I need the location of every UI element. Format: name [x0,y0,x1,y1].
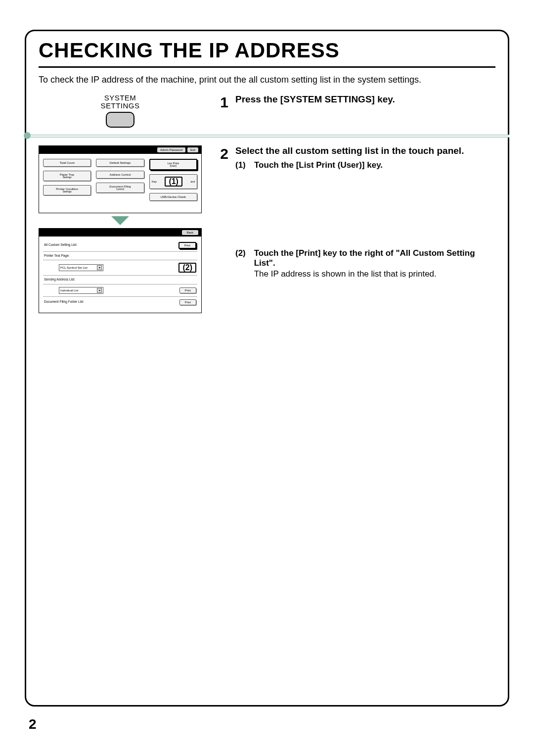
document-filing-folder-list-label: Document Filing Folder List: [44,300,177,304]
touch-panel-list-print: Back All Custom Setting List: Print Prin… [39,228,202,313]
step1-heading: Press the [SYSTEM SETTINGS] key. [235,94,495,105]
callout-2: (2) [178,263,196,273]
system-settings-key-illustration: SYSTEMSETTINGS [90,94,150,128]
substep-2-number: (2) [235,248,249,279]
sending-address-list-label: Sending Address List: [44,278,196,282]
chevron-down-icon: ▾ [97,265,102,270]
list-print-user-button: List Print(User) [149,159,197,170]
printer-test-page-label: Printer Test Page: [44,254,196,258]
print-button-all-custom: Print [178,242,196,249]
exit-button: Exit [187,147,198,152]
print-button-sending-address: Print [179,287,196,293]
system-settings-hard-button [106,112,134,128]
touch-panel-system-settings: Admin Password Exit Total Count Paper Tr… [39,145,202,213]
substep-2-text: Touch the [Print] key to the right of "A… [254,248,495,268]
default-settings-button: Default Settings [96,159,144,167]
chevron-down-icon: ▾ [97,288,102,293]
document-filing-control-button: Document FilingControl [96,183,144,193]
paper-tray-settings-button: Paper TraySettings [43,171,91,181]
total-count-button: Total Count [43,159,91,167]
arrow-down-icon [111,216,129,225]
step2-heading: Select the all custom setting list in th… [235,145,495,156]
step-number-2: 2 [217,145,228,282]
substep-1-text: Touch the [List Print (User)] key. [254,160,383,170]
intro-text: To check the IP address of the machine, … [39,75,495,85]
address-control-button: Address Control [96,171,144,179]
usb-device-check-button: USB-Device Check [149,193,197,201]
print-button-document-filing: Print [179,299,196,305]
callout-1: (1) [165,177,182,187]
printer-condition-button: Printer ConditionSettings [43,185,91,195]
keyboard-select-button: Key (1) ard [149,174,197,189]
substep-1-number: (1) [235,160,249,170]
page-title: CHECKING THE IP ADDRESS [39,39,495,62]
step-number-1: 1 [217,94,228,111]
page-number: 2 [29,716,37,732]
all-custom-setting-list-label: All Custom Setting List: [44,243,176,247]
section-divider [25,135,509,138]
back-button: Back [182,230,198,235]
admin-password-button: Admin Password [157,147,185,152]
printer-test-page-select: PCL Symbol Set List▾ [59,264,103,271]
substep-2-note: The IP address is shown in the list that… [254,269,495,279]
sending-address-list-select: Individual List▾ [59,287,103,294]
